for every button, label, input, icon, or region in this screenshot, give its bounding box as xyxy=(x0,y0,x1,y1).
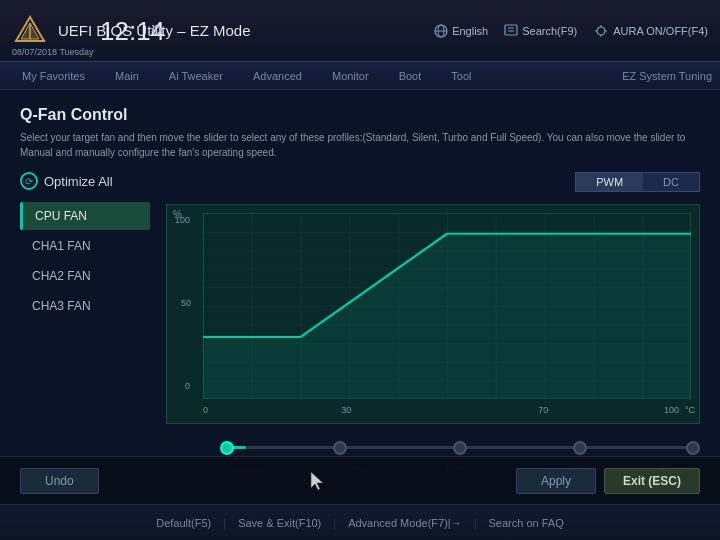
action-right: Apply Exit (ESC) xyxy=(516,468,700,494)
action-row: Undo Apply Exit (ESC) xyxy=(0,456,720,504)
optimize-icon: ⟳ xyxy=(20,172,38,190)
aura-icon xyxy=(593,24,609,38)
save-exit-link[interactable]: Save & Exit(F10) xyxy=(238,517,321,529)
separator-3: | xyxy=(474,517,477,529)
qfan-body: ⟳ Optimize All CPU FAN CHA1 FAN CHA2 FAN… xyxy=(20,172,700,475)
aura-label: AURA ON/OFF(F4) xyxy=(613,25,708,37)
time-gear-icon: ⚙ xyxy=(150,22,163,38)
aura-btn[interactable]: AURA ON/OFF(F4) xyxy=(593,24,708,38)
fan-item-cpu[interactable]: CPU FAN xyxy=(20,202,150,230)
cursor-icon xyxy=(309,470,325,492)
cursor-area xyxy=(99,470,516,492)
fan-speed-chart: % 100 50 0 xyxy=(166,204,700,424)
exit-button[interactable]: Exit (ESC) xyxy=(604,468,700,494)
fan-item-cha1[interactable]: CHA1 FAN xyxy=(20,232,150,260)
nav-advanced[interactable]: Advanced xyxy=(239,66,316,86)
slider-track-container xyxy=(220,438,700,458)
x-tick-70: 70 xyxy=(538,405,548,415)
header-controls: English Search(F9) AURA ON/OFF(F4) xyxy=(434,24,708,38)
search-btn[interactable]: Search(F9) xyxy=(504,24,577,38)
fan-item-cha2[interactable]: CHA2 FAN xyxy=(20,262,150,290)
action-left: Undo xyxy=(20,468,99,494)
svg-rect-6 xyxy=(505,25,517,35)
language-label: English xyxy=(452,25,488,37)
date-display: 08/07/2018 Tuesday xyxy=(12,47,94,57)
optimize-all-label: Optimize All xyxy=(44,174,113,189)
separator-2: | xyxy=(333,517,336,529)
nav-boot[interactable]: Boot xyxy=(385,66,436,86)
pwm-dc-toggle: PWM DC xyxy=(575,172,700,192)
language-btn[interactable]: English xyxy=(434,24,488,38)
y-tick-0: 0 xyxy=(185,381,190,391)
section-description: Select your target fan and then move the… xyxy=(20,130,700,160)
apply-button[interactable]: Apply xyxy=(516,468,596,494)
globe-icon xyxy=(434,24,448,38)
slider-dot-silent[interactable] xyxy=(333,441,347,455)
nav-main[interactable]: Main xyxy=(101,66,153,86)
x-unit-label: °C xyxy=(685,405,695,415)
svg-marker-17 xyxy=(311,472,323,490)
svg-point-9 xyxy=(597,27,605,35)
slider-dot-standard[interactable] xyxy=(220,441,234,455)
nav-my-favorites[interactable]: My Favorites xyxy=(8,66,99,86)
header: UEFI BIOS Utility – EZ Mode English Sear… xyxy=(0,0,720,62)
optimize-all-btn[interactable]: ⟳ Optimize All xyxy=(20,172,150,190)
x-tick-30: 30 xyxy=(341,405,351,415)
fan-list: ⟳ Optimize All CPU FAN CHA1 FAN CHA2 FAN… xyxy=(20,172,150,322)
search-icon xyxy=(504,24,518,38)
chart-svg xyxy=(203,213,691,399)
advanced-mode-link[interactable]: Advanced Mode(F7)|→ xyxy=(348,517,462,529)
pwm-btn[interactable]: PWM xyxy=(576,173,643,191)
ez-system-tuning-link[interactable]: EZ System Tuning xyxy=(622,70,712,82)
undo-button[interactable]: Undo xyxy=(20,468,99,494)
separator-1: | xyxy=(223,517,226,529)
y-tick-50: 50 xyxy=(181,298,191,308)
default-f5-link[interactable]: Default(F5) xyxy=(156,517,211,529)
slider-dot-manual[interactable] xyxy=(686,441,700,455)
bottom-bar: Default(F5) | Save & Exit(F10) | Advance… xyxy=(0,504,720,540)
search-label: Search(F9) xyxy=(522,25,577,37)
bottom-links: Default(F5) | Save & Exit(F10) | Advance… xyxy=(16,517,704,529)
fan-item-cha3[interactable]: CHA3 FAN xyxy=(20,292,150,320)
asus-logo xyxy=(12,13,48,49)
x-tick-100: 100 xyxy=(664,405,679,415)
search-faq-link[interactable]: Search on FAQ xyxy=(489,517,564,529)
pwm-dc-container: PWM DC xyxy=(166,172,700,198)
slider-dot-fullspeed[interactable] xyxy=(573,441,587,455)
y-tick-100: 100 xyxy=(175,215,190,225)
nav-bar: My Favorites Main Ai Tweaker Advanced Mo… xyxy=(0,62,720,90)
x-tick-0: 0 xyxy=(203,405,208,415)
chart-area: PWM DC % 100 50 0 xyxy=(166,172,700,475)
slider-dot-turbo[interactable] xyxy=(453,441,467,455)
main-content: Q-Fan Control Select your target fan and… xyxy=(0,90,720,504)
section-title: Q-Fan Control xyxy=(20,106,700,124)
nav-ai-tweaker[interactable]: Ai Tweaker xyxy=(155,66,237,86)
dc-btn[interactable]: DC xyxy=(643,173,699,191)
nav-monitor[interactable]: Monitor xyxy=(318,66,383,86)
nav-tool[interactable]: Tool xyxy=(437,66,485,86)
